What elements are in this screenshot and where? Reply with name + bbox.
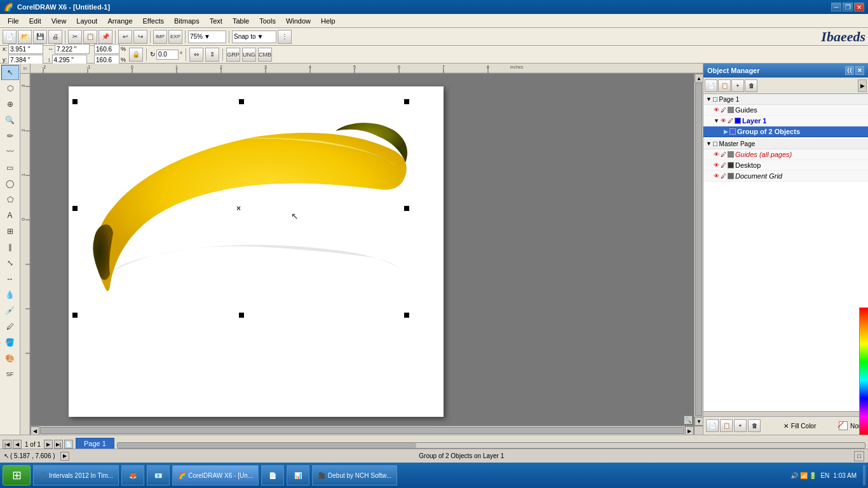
menu-effects[interactable]: Effects xyxy=(138,16,169,26)
guides-all-eye[interactable]: 👁 xyxy=(714,151,719,158)
tool-freehand[interactable]: ✏ xyxy=(1,128,19,144)
menu-edit[interactable]: Edit xyxy=(24,16,46,26)
status-expand-btn[interactable]: □ xyxy=(854,451,864,461)
handle-bc[interactable] xyxy=(239,313,244,318)
page-first-btn[interactable]: |◀ xyxy=(3,440,11,449)
om-bottom-new[interactable]: 📄 xyxy=(706,419,719,432)
tool-interactive[interactable]: 💧 xyxy=(1,287,19,302)
show-desktop-btn[interactable] xyxy=(863,465,865,485)
tb-snap-options[interactable]: ⋮ xyxy=(278,30,292,44)
tb-copy[interactable]: 📋 xyxy=(83,30,97,44)
tool-interactive2[interactable]: 🎨 xyxy=(1,351,19,366)
page-next-btn[interactable]: ▶ xyxy=(44,440,53,449)
om-page-btn[interactable]: 📄 xyxy=(705,79,717,92)
guides-all-lock[interactable]: 🖊 xyxy=(721,151,726,158)
scroll-left-btn[interactable]: ◀ xyxy=(31,426,39,435)
tb-paste[interactable]: 📌 xyxy=(98,30,112,44)
x-input[interactable] xyxy=(8,44,43,54)
master-expand[interactable]: ▼ xyxy=(706,140,712,147)
tool-smart[interactable]: 〰 xyxy=(1,144,19,159)
zoom-dropdown[interactable]: 75% ▼ xyxy=(188,30,226,43)
tool-smartfill[interactable]: SF xyxy=(1,367,19,382)
snap-dropdown[interactable]: Snap to ▼ xyxy=(232,30,276,43)
scroll-down-btn[interactable]: ▼ xyxy=(695,417,703,426)
page-add-btn[interactable]: 📄 xyxy=(64,440,73,449)
menu-bitmaps[interactable]: Bitmaps xyxy=(169,16,205,26)
desktop-eye[interactable]: 👁 xyxy=(714,162,719,168)
handle-tl[interactable] xyxy=(72,99,78,104)
menu-view[interactable]: View xyxy=(46,16,72,26)
taskbar-app-debut[interactable]: 🎥 Debut by NCH Softw... xyxy=(312,465,397,485)
canvas-viewport[interactable]: × ↖ ▲ ▼ ◀ ▶ xyxy=(31,74,703,435)
taskbar-app-firefox[interactable]: 🦊 xyxy=(121,465,144,485)
menu-arrange[interactable]: Arrange xyxy=(102,16,137,26)
tb-open[interactable]: 📂 xyxy=(18,30,32,44)
tb-combine[interactable]: CMB xyxy=(258,48,272,62)
taskbar-app-excel[interactable]: 📊 xyxy=(287,465,309,485)
lock-ratio-btn[interactable]: 🔒 xyxy=(129,48,143,62)
tool-outline[interactable]: 🖊 xyxy=(1,319,19,334)
tool-connector[interactable]: ⤡ xyxy=(1,255,19,271)
tb-redo[interactable]: ↪ xyxy=(133,30,147,44)
tool-table-tool[interactable]: ⊞ xyxy=(1,224,19,239)
desktop-row[interactable]: 👁 🖊 Desktop xyxy=(703,160,868,171)
tool-crop[interactable]: ⊕ xyxy=(1,97,19,112)
handle-tr[interactable] xyxy=(404,99,409,104)
layer1-eye[interactable]: 👁 xyxy=(721,118,726,124)
tb-new[interactable]: 📄 xyxy=(3,30,17,44)
om-scrollbar[interactable] xyxy=(703,411,868,416)
tb-export[interactable]: EXP xyxy=(168,30,182,44)
tb-import[interactable]: IMP xyxy=(153,30,167,44)
om-bottom-del[interactable]: 🗑 xyxy=(748,419,761,432)
handle-mr[interactable] xyxy=(404,206,409,211)
menu-tools[interactable]: Tools xyxy=(254,16,281,26)
angle-input[interactable] xyxy=(156,50,179,60)
tool-parallel[interactable]: ∥ xyxy=(1,240,19,255)
tb-flip-v[interactable]: ⇕ xyxy=(205,48,219,62)
om-new-layer[interactable]: + xyxy=(731,79,744,92)
menu-window[interactable]: Window xyxy=(281,16,316,26)
obj-manager-close[interactable]: ✕ xyxy=(855,66,864,75)
obj-manager-minimize[interactable]: ⟨⟨ xyxy=(845,66,854,75)
menu-help[interactable]: Help xyxy=(316,16,341,26)
docgrid-eye[interactable]: 👁 xyxy=(714,173,719,179)
scroll-up-btn[interactable]: ▲ xyxy=(695,74,703,83)
px-w-input[interactable] xyxy=(94,44,119,54)
docgrid-row[interactable]: 👁 🖊 Document Grid xyxy=(703,171,868,182)
menu-table[interactable]: Table xyxy=(227,16,254,26)
w-input[interactable] xyxy=(55,44,90,54)
guides-lock[interactable]: 🖊 xyxy=(721,107,726,113)
tool-zoom-tool[interactable]: 🔍 xyxy=(1,112,19,128)
taskbar-app-intervals[interactable]: 🎵 Intervals 2012 In Tim... xyxy=(33,465,119,485)
tool-fill[interactable]: 🪣 xyxy=(1,335,19,350)
om-layer-btn[interactable]: 📋 xyxy=(718,79,731,92)
coord-toggle-btn[interactable]: ▶ xyxy=(60,452,69,461)
start-button[interactable]: ⊞ xyxy=(3,465,31,485)
tool-dimension[interactable]: ↔ xyxy=(1,271,19,287)
taskbar-app-doc[interactable]: 📄 xyxy=(261,465,284,485)
guides-row[interactable]: 👁 🖊 Guides xyxy=(703,105,868,116)
docgrid-lock[interactable]: 🖊 xyxy=(721,173,726,179)
zoom-control-btn[interactable]: 🔍 xyxy=(684,416,693,424)
restore-button[interactable]: ❐ xyxy=(843,3,853,11)
page1-tab[interactable]: Page 1 xyxy=(76,438,114,449)
tool-eyedropper[interactable]: 💉 xyxy=(1,303,19,318)
close-button[interactable]: ✕ xyxy=(854,3,864,11)
page-prev-btn[interactable]: ◀ xyxy=(13,440,22,449)
tb-ungroup[interactable]: UNG xyxy=(242,48,256,62)
menu-text[interactable]: Text xyxy=(205,16,227,26)
om-expand-btn[interactable]: ▶ xyxy=(858,79,867,92)
menu-layout[interactable]: Layout xyxy=(71,16,102,26)
right-color-gradient[interactable] xyxy=(859,308,868,435)
tb-save[interactable]: 💾 xyxy=(33,30,47,44)
layer1-row[interactable]: ▼ 👁 🖊 Layer 1 xyxy=(703,116,868,126)
om-bottom-layer2[interactable]: 📋 xyxy=(720,419,733,432)
handle-bl[interactable] xyxy=(72,313,78,318)
tb-group[interactable]: GRP xyxy=(226,48,240,62)
guides-all-row[interactable]: 👁 🖊 Guides (all pages) xyxy=(703,149,868,160)
handle-ml[interactable] xyxy=(72,206,78,211)
group-expand[interactable]: ▶ xyxy=(724,128,728,135)
layer1-expand[interactable]: ▼ xyxy=(714,118,719,124)
page-scroll-thumb[interactable] xyxy=(118,443,416,448)
layer1-lock[interactable]: 🖊 xyxy=(728,118,733,124)
